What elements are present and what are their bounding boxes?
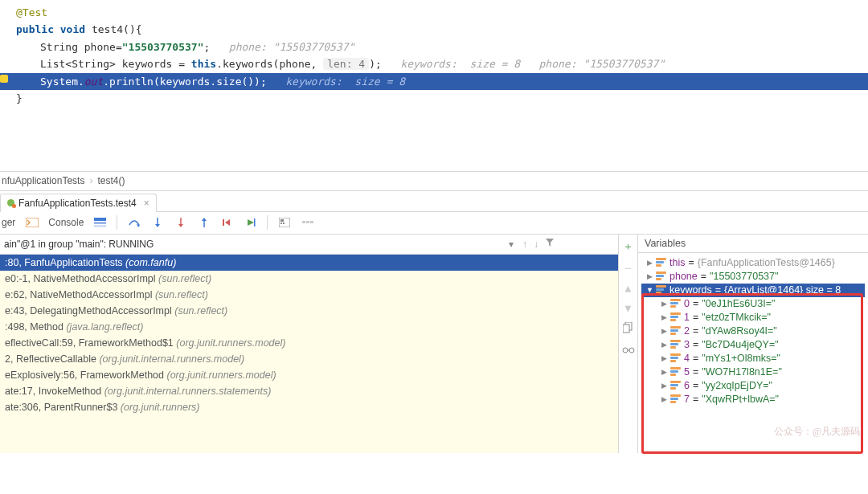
- run-to-cursor-icon[interactable]: [244, 216, 257, 230]
- stack-frame[interactable]: 2, ReflectiveCallable (org.junit.interna…: [0, 351, 618, 367]
- var-value: "Bc7D4u4jeQY=": [702, 339, 778, 350]
- expand-icon[interactable]: ▶: [661, 313, 667, 321]
- expand-icon[interactable]: ▶: [661, 368, 667, 376]
- stack-frame[interactable]: e:62, NativeMethodAccessorImpl (sun.refl…: [0, 287, 618, 303]
- expand-icon[interactable]: ▶: [661, 382, 667, 390]
- var-value: "XqwRPt+lbwA=": [702, 394, 779, 405]
- step-over-icon[interactable]: [127, 216, 141, 230]
- text: .println(keywords.size());: [103, 76, 267, 88]
- tab-label: FanfuApplicationTests.test4: [18, 198, 137, 209]
- text: );: [369, 58, 382, 70]
- object-icon: [670, 381, 681, 391]
- frame-text: eExplosively:56, FrameworkMethod: [5, 369, 166, 381]
- frames-list[interactable]: :80, FanfuApplicationTests (com.fanfu)e0…: [0, 255, 618, 453]
- expand-icon[interactable]: ▶: [661, 341, 667, 349]
- inline-hint: phone: "15503770537": [229, 41, 355, 53]
- var-phone[interactable]: ▶ phone = "15503770537": [641, 270, 865, 284]
- equals: =: [693, 298, 698, 309]
- var-index: 1: [684, 312, 690, 323]
- evaluate-icon[interactable]: [277, 216, 291, 230]
- debug-panels: ain"@1 in group "main": RUNNING ▾ ↑ ↓ :8…: [0, 235, 868, 453]
- glasses-icon[interactable]: [622, 344, 635, 356]
- variables-title: Variables: [638, 235, 868, 253]
- force-step-into-icon[interactable]: [174, 216, 187, 230]
- breakpoint-marker[interactable]: [0, 75, 8, 83]
- frame-text: :80, FanfuApplicationTests: [5, 257, 125, 268]
- object-icon: [656, 271, 666, 282]
- stack-frame[interactable]: ate:306, ParentRunner$3 (org.junit.runne…: [0, 399, 618, 415]
- step-out-icon[interactable]: [197, 216, 211, 230]
- var-array-item[interactable]: ▶2 = "dYAw8Rsoy4I=": [641, 325, 865, 338]
- drop-frame-icon[interactable]: [220, 216, 234, 230]
- prev-frame-icon[interactable]: ↑: [522, 239, 527, 250]
- frame-text: eflectiveCall:59, FrameworkMethod$1: [5, 337, 176, 349]
- stack-frame[interactable]: ate:17, InvokeMethod (org.junit.internal…: [0, 383, 618, 399]
- filter-icon[interactable]: [545, 238, 555, 250]
- expand-icon[interactable]: ▶: [661, 327, 667, 335]
- text: List<String> keywords =: [40, 58, 191, 70]
- crumb[interactable]: test4(): [97, 175, 125, 186]
- add-watch-icon[interactable]: ＋: [623, 239, 633, 254]
- frame-text: e0:-1, NativeMethodAccessorImpl: [5, 273, 158, 284]
- thread-dropdown[interactable]: ain"@1 in group "main": RUNNING ▾: [2, 236, 516, 252]
- stack-frame[interactable]: e0:-1, NativeMethodAccessorImpl (sun.ref…: [0, 271, 618, 287]
- var-name: phone: [669, 271, 698, 282]
- var-array-item[interactable]: ▶4 = "mYs1+Ol8mks=": [641, 352, 865, 365]
- text: .keywords(phone,: [216, 58, 323, 70]
- var-this[interactable]: ▶ this = {FanfuApplicationTests@1465}: [641, 256, 865, 270]
- equals: =: [693, 366, 698, 378]
- var-array-item[interactable]: ▶7 = "XqwRPt+lbwA=": [641, 393, 865, 406]
- stack-frame[interactable]: :80, FanfuApplicationTests (com.fanfu): [0, 255, 618, 271]
- expand-icon[interactable]: ▶: [646, 272, 653, 280]
- stack-frame[interactable]: e:43, DelegatingMethodAccessorImpl (sun.…: [0, 303, 618, 319]
- var-array-item[interactable]: ▶6 = "yy2xqIpEjDY=": [641, 379, 865, 393]
- frame-package: (sun.reflect): [155, 289, 208, 300]
- stack-frame[interactable]: eExplosively:56, FrameworkMethod (org.ju…: [0, 367, 618, 383]
- console-label[interactable]: Console: [48, 217, 84, 228]
- debug-tab[interactable]: FanfuApplicationTests.test4 ×: [0, 194, 157, 212]
- stack-frame[interactable]: :498, Method (java.lang.reflect): [0, 319, 618, 335]
- var-value: "yy2xqIpEjDY=": [702, 380, 772, 391]
- next-frame-icon[interactable]: ↓: [534, 239, 538, 250]
- down-icon[interactable]: ▼: [625, 302, 632, 314]
- collapse-icon[interactable]: ▼: [646, 286, 653, 294]
- expand-icon[interactable]: ▶: [646, 259, 653, 267]
- expand-icon[interactable]: ▶: [661, 354, 667, 362]
- expand-icon[interactable]: ▶: [661, 395, 667, 403]
- var-value: "15503770537": [710, 271, 778, 282]
- svg-rect-1: [94, 218, 106, 221]
- close-icon[interactable]: ×: [144, 198, 149, 209]
- var-array-item[interactable]: ▶1 = "etz0zTMkcik=": [641, 311, 865, 325]
- var-array-item[interactable]: ▶3 = "Bc7D4u4jeQY=": [641, 338, 865, 352]
- object-icon: [670, 394, 681, 405]
- object-icon: [656, 285, 666, 296]
- frame-text: ate:306, ParentRunner$3: [5, 402, 121, 413]
- svg-point-15: [623, 348, 628, 353]
- crumb[interactable]: nfuApplicationTests: [2, 175, 84, 186]
- code-editor[interactable]: @Test public void test4(){ String phone=…: [0, 0, 868, 116]
- text: String phone=: [40, 41, 122, 53]
- frames-icon[interactable]: [93, 216, 107, 230]
- svg-rect-4: [223, 219, 224, 226]
- text: System.: [40, 76, 84, 88]
- copy-icon[interactable]: [623, 322, 633, 336]
- expand-icon[interactable]: ▶: [661, 300, 667, 308]
- remove-watch-icon[interactable]: —: [625, 262, 632, 274]
- var-array-item[interactable]: ▶5 = "WO7H17l8n1E=": [641, 365, 865, 379]
- trace-icon[interactable]: [301, 216, 314, 230]
- var-value: {FanfuApplicationTests@1465}: [698, 257, 835, 268]
- console-icon[interactable]: [25, 216, 39, 230]
- var-value: "mYs1+Ol8mks=": [702, 353, 780, 364]
- object-icon: [670, 312, 681, 323]
- frame-package: (sun.reflect): [174, 305, 227, 316]
- gutter: [0, 0, 8, 116]
- var-array-item[interactable]: ▶0 = "0eJ1hEs6U3I=": [641, 297, 865, 311]
- stack-frame[interactable]: eflectiveCall:59, FrameworkMethod$1 (org…: [0, 335, 618, 351]
- var-keywords[interactable]: ▼ keywords = {ArrayList@1464} size = 8: [641, 284, 865, 297]
- variables-tree[interactable]: ▶ this = {FanfuApplicationTests@1465} ▶ …: [638, 253, 868, 453]
- up-icon[interactable]: ▲: [625, 282, 632, 294]
- step-into-icon[interactable]: [150, 216, 164, 230]
- svg-rect-2: [94, 222, 106, 224]
- var-name: keywords: [669, 284, 712, 296]
- var-value: "WO7H17l8n1E=": [702, 366, 782, 378]
